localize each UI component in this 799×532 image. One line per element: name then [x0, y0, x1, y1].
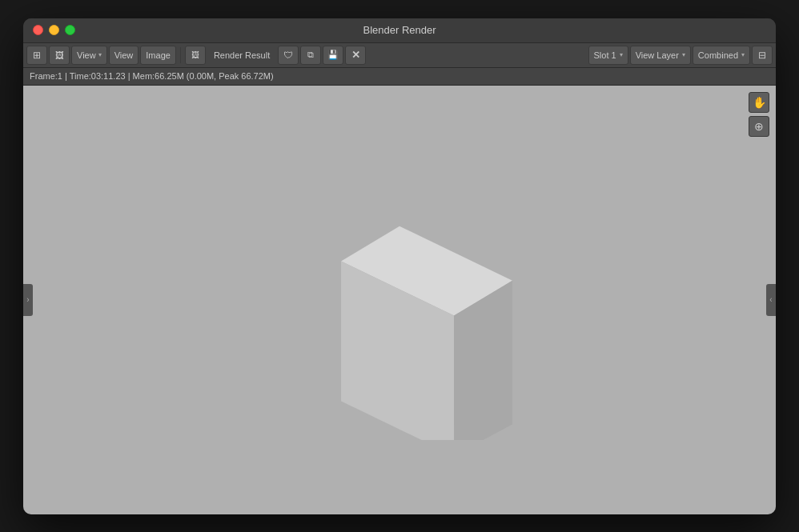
- combined-label: Combined: [698, 50, 738, 60]
- maximize-button[interactable]: [65, 25, 75, 35]
- image-icon-btn[interactable]: 🖼: [49, 46, 70, 65]
- status-text: Frame:1 | Time:03:11.23 | Mem:66.25M (0.…: [30, 71, 274, 81]
- view-menu-chevron: ▾: [98, 51, 102, 58]
- copy-btn[interactable]: ⧉: [300, 46, 321, 65]
- view-menu-btn[interactable]: View ▾: [71, 46, 107, 65]
- status-bar: Frame:1 | Time:03:11.23 | Mem:66.25M (0.…: [23, 68, 776, 86]
- last-icon-btn[interactable]: ⊟: [752, 46, 773, 65]
- crosshair-icon: ⊕: [754, 120, 764, 133]
- title-bar: Blender Render: [23, 18, 776, 42]
- shield-btn[interactable]: 🛡: [278, 46, 299, 65]
- render-result-label: Render Result: [207, 50, 276, 60]
- render-area: › ✋ ⊕ ‹: [23, 86, 776, 514]
- combined-dropdown[interactable]: Combined ▾: [693, 46, 750, 65]
- crosshair-tool-btn[interactable]: ⊕: [749, 116, 769, 137]
- toolbar: ⊞ 🖼 View ▾ View Image 🖼 Render Result 🛡 …: [23, 42, 776, 68]
- slot-label: Slot 1: [594, 50, 616, 60]
- image-type-icon[interactable]: 🖼: [185, 46, 206, 65]
- combined-chevron: ▾: [741, 51, 745, 58]
- toolbar-sep-1: [180, 47, 181, 63]
- slot-chevron: ▾: [620, 51, 623, 58]
- save-icon: 💾: [327, 50, 339, 60]
- view-menu-label: View: [77, 50, 96, 60]
- slot-dropdown[interactable]: Slot 1 ▾: [588, 46, 628, 65]
- last-icon: ⊟: [758, 50, 766, 61]
- view-menu2-label: View: [114, 50, 134, 60]
- side-controls: ✋ ⊕: [749, 92, 769, 137]
- blender-window: Blender Render ⊞ 🖼 View ▾ View Image 🖼 R…: [23, 18, 776, 514]
- close-render-btn[interactable]: ✕: [345, 46, 366, 65]
- image-type-icon-glyph: 🖼: [191, 50, 199, 59]
- left-collapse-arrow[interactable]: ›: [23, 284, 33, 316]
- window-title: Blender Render: [363, 24, 436, 36]
- image-icon: 🖼: [55, 50, 64, 60]
- view-menu2-btn[interactable]: View: [109, 46, 139, 65]
- copy-icon: ⧉: [307, 50, 314, 60]
- image-menu-label: Image: [146, 50, 171, 60]
- traffic-lights: [33, 25, 75, 35]
- grid-icon: ⊞: [33, 50, 41, 61]
- shield-icon: 🛡: [283, 50, 293, 61]
- view-layer-label: View Layer: [636, 50, 679, 60]
- view-layer-dropdown[interactable]: View Layer ▾: [630, 46, 691, 65]
- hand-tool-btn[interactable]: ✋: [749, 92, 769, 113]
- close-icon: ✕: [351, 49, 360, 61]
- view-layer-chevron: ▾: [682, 51, 685, 58]
- hand-icon: ✋: [753, 96, 766, 109]
- right-collapse-arrow[interactable]: ‹: [766, 284, 776, 316]
- image-menu-btn[interactable]: Image: [140, 46, 176, 65]
- rendered-cube: [271, 160, 528, 440]
- editor-type-icon[interactable]: ⊞: [26, 46, 47, 65]
- save-btn[interactable]: 💾: [323, 46, 343, 65]
- close-button[interactable]: [33, 25, 43, 35]
- minimize-button[interactable]: [49, 25, 59, 35]
